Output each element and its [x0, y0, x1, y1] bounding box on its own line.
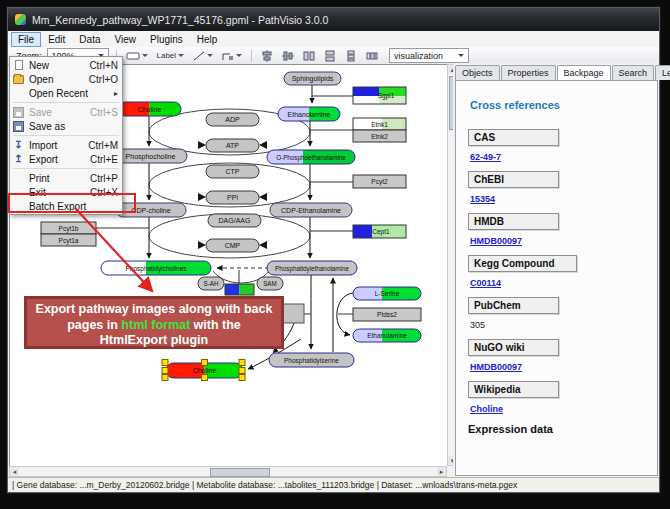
menu-edit[interactable]: Edit [41, 32, 72, 47]
file-menu-new[interactable]: New Ctrl+N [10, 58, 122, 72]
chevron-down-icon [236, 54, 242, 57]
tab-search[interactable]: Search [612, 65, 655, 80]
annotation-callout: Export pathway images along with back pa… [24, 296, 284, 349]
annotation-line2-pre: pages in [67, 318, 121, 332]
open-folder-icon [13, 74, 24, 85]
file-menu-print[interactable]: Print Ctrl+P [10, 171, 122, 185]
xref-link[interactable]: Choline [470, 404, 657, 414]
file-menu-save: Save Ctrl+S [10, 105, 122, 119]
side-panel-tabs: Objects Properties Backpage Search Legen… [455, 63, 659, 80]
xref-section-kegg: Kegg Compound C00114 [468, 255, 657, 288]
stack-horizontal-icon [366, 50, 378, 62]
expression-data-heading: Expression data [468, 423, 657, 435]
xref-value: 305 [470, 320, 657, 330]
toolbar-separator [251, 50, 252, 62]
menu-data[interactable]: Data [72, 32, 107, 47]
connector-tool-button[interactable] [220, 50, 244, 62]
xref-source-name: CAS [468, 129, 559, 146]
xref-source-name: ChEBI [468, 171, 559, 188]
side-panel: Objects Properties Backpage Search Legen… [453, 63, 659, 477]
chevron-down-icon [458, 54, 464, 57]
datanode-tool-button[interactable] [124, 50, 150, 62]
file-menu-dropdown: New Ctrl+N Open Ctrl+O Open Recent ▸ Sav… [9, 56, 123, 215]
scroll-right-icon[interactable]: ▸ [437, 467, 446, 476]
app-icon [15, 14, 26, 25]
title-bar[interactable]: Mm_Kennedy_pathway_WP1771_45176.gpml - P… [8, 8, 659, 31]
xref-link[interactable]: HMDB00097 [470, 362, 657, 372]
xref-link[interactable]: 15354 [470, 194, 657, 204]
menu-help[interactable]: Help [190, 32, 225, 47]
gene-node-icon [126, 51, 140, 61]
tab-legend[interactable]: Legend [655, 65, 670, 80]
xref-section-wikipedia: Wikipedia Choline [468, 381, 657, 414]
file-menu-export[interactable]: ↥ Export Ctrl+E [10, 152, 122, 166]
label-tool-text: Label [157, 51, 177, 60]
file-menu-open-recent[interactable]: Open Recent ▸ [10, 86, 122, 100]
xref-source-name: Wikipedia [468, 381, 559, 398]
export-icon: ↥ [13, 154, 24, 165]
xref-section-cas: CAS 62-49-7 [468, 129, 657, 162]
xref-section-nugo: NuGO wiki HMDB00097 [468, 339, 657, 372]
annotation-line1: Export pathway images along with back [36, 302, 273, 316]
chevron-down-icon [178, 54, 184, 57]
common-width-button[interactable] [322, 49, 338, 63]
status-text: | Gene database: ...m_Derby_20120602.bri… [12, 480, 517, 490]
save-icon [13, 107, 24, 118]
save-as-icon [13, 121, 24, 132]
chevron-down-icon [207, 54, 213, 57]
window-title: Mm_Kennedy_pathway_WP1771_45176.gpml - P… [32, 14, 328, 26]
stack-vertical-button[interactable] [343, 49, 359, 63]
xref-link[interactable]: HMDB00097 [470, 236, 657, 246]
menu-file[interactable]: File [11, 32, 41, 47]
status-bar: | Gene database: ...m_Derby_20120602.bri… [8, 477, 659, 492]
annotation-highlight: html format [121, 318, 190, 332]
file-menu-import[interactable]: ↧ Import Ctrl+M [10, 138, 122, 152]
pathvisio-window: Mm_Kennedy_pathway_WP1771_45176.gpml - P… [6, 6, 661, 494]
xref-section-hmdb: HMDB HMDB00097 [468, 213, 657, 246]
label-tool-button[interactable]: Label [155, 50, 187, 61]
xref-section-chebi: ChEBI 15354 [468, 171, 657, 204]
annotation-line3: HtmlExport plugin [100, 333, 208, 347]
line-icon [193, 51, 205, 61]
align-center-vertical-icon [282, 50, 294, 62]
file-menu-open[interactable]: Open Ctrl+O [10, 72, 122, 86]
align-center-vertical-button[interactable] [280, 49, 296, 63]
xref-source-name: HMDB [468, 213, 559, 230]
xref-source-name: PubChem [468, 297, 559, 314]
line-tool-button[interactable] [191, 50, 215, 62]
menu-view[interactable]: View [107, 32, 143, 47]
horizontal-scroll-thumb[interactable] [210, 468, 270, 477]
menu-plugins[interactable]: Plugins [143, 32, 190, 47]
batch-export-highlight-box [8, 193, 136, 213]
align-center-horizontal-icon [261, 50, 273, 62]
common-height-button[interactable] [301, 49, 317, 63]
xref-link[interactable]: 62-49-7 [470, 152, 657, 162]
menu-separator [13, 168, 119, 169]
stack-horizontal-button[interactable] [364, 49, 380, 63]
submenu-arrow-icon: ▸ [114, 89, 118, 98]
tab-properties[interactable]: Properties [501, 65, 556, 80]
tab-objects[interactable]: Objects [455, 65, 500, 80]
elbow-connector-icon [222, 51, 234, 61]
canvas-horizontal-scrollbar[interactable]: ◂ ▸ [9, 466, 447, 477]
scroll-left-icon[interactable]: ◂ [10, 467, 19, 476]
desktop-background: Mm_Kennedy_pathway_WP1771_45176.gpml - P… [0, 0, 670, 509]
import-icon: ↧ [13, 140, 24, 151]
chevron-down-icon [142, 54, 148, 57]
common-width-icon [324, 50, 336, 62]
visualization-value: visualization [394, 51, 443, 61]
common-height-icon [303, 50, 315, 62]
xref-source-name: Kegg Compound [468, 255, 577, 272]
stack-vertical-icon [345, 50, 357, 62]
tab-backpage[interactable]: Backpage [557, 65, 611, 81]
menu-separator [13, 102, 119, 103]
menu-separator [13, 135, 119, 136]
file-menu-save-as[interactable]: Save as [10, 119, 122, 133]
xref-source-name: NuGO wiki [468, 339, 559, 356]
xref-section-pubchem: PubChem 305 [468, 297, 657, 330]
xref-link[interactable]: C00114 [470, 278, 657, 288]
visualization-combo[interactable]: visualization [389, 48, 469, 63]
menu-bar: File Edit Data View Plugins Help [8, 31, 659, 48]
align-center-horizontal-button[interactable] [259, 49, 275, 63]
annotation-line2-post: with the [190, 318, 241, 332]
